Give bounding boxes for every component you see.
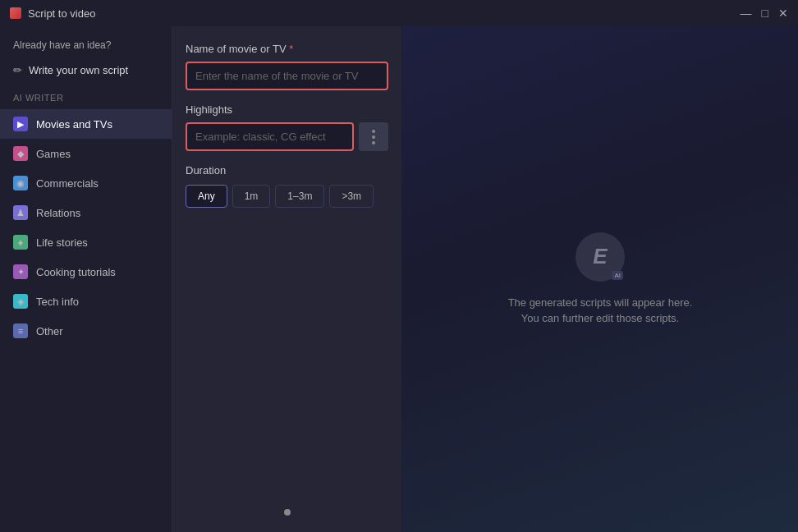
games-icon: ◆ — [13, 146, 28, 161]
movie-name-label: Name of movie or TV * — [186, 43, 388, 55]
preview-panel: E AI The generated scripts will appear h… — [402, 26, 798, 532]
sidebar: Already have an idea? ✏ Write your own s… — [0, 26, 172, 532]
minimize-button[interactable]: — — [741, 7, 752, 19]
window-controls: — □ ✕ — [741, 7, 788, 19]
main-layout: Already have an idea? ✏ Write your own s… — [0, 26, 798, 532]
sidebar-item-cooking-label: Cooking tutorials — [36, 266, 116, 278]
content-area: Name of movie or TV * Highlights Duratio… — [172, 26, 798, 532]
preview-logo: E AI — [576, 232, 625, 282]
write-script-label: Write your own script — [29, 64, 128, 76]
relations-icon: ♟ — [13, 205, 28, 220]
movie-name-input[interactable] — [186, 62, 388, 90]
duration-label: Duration — [186, 164, 388, 177]
duration-1-3m-button[interactable]: 1–3m — [275, 185, 324, 208]
sidebar-item-commercials[interactable]: ◉ Commercials — [0, 168, 172, 198]
dot3 — [372, 141, 375, 144]
maximize-button[interactable]: □ — [762, 7, 768, 19]
sidebar-item-games-label: Games — [36, 148, 71, 160]
sidebar-item-relations-label: Relations — [36, 207, 80, 219]
cooking-icon: ✦ — [13, 264, 28, 279]
ai-writer-label: AI writer — [0, 89, 172, 109]
duration-buttons: Any 1m 1–3m >3m — [186, 185, 388, 208]
duration-1m-button[interactable]: 1m — [232, 185, 271, 208]
sidebar-item-relations[interactable]: ♟ Relations — [0, 198, 172, 227]
sidebar-item-life-stories[interactable]: ♠ Life stories — [0, 227, 172, 257]
preview-description: The generated scripts will appear here. … — [502, 295, 699, 327]
pencil-icon: ✏ — [13, 64, 22, 76]
sidebar-item-movies[interactable]: ▶ Movies and TVs — [0, 109, 172, 139]
sidebar-item-tech-label: Tech info — [36, 296, 79, 308]
movies-icon: ▶ — [13, 117, 28, 131]
close-button[interactable]: ✕ — [778, 7, 788, 19]
highlights-toggle-button[interactable] — [359, 122, 388, 151]
form-pagination — [186, 496, 388, 516]
duration-3m-plus-button[interactable]: >3m — [329, 185, 374, 208]
tech-icon: ◈ — [13, 294, 28, 309]
title-bar: Script to video — □ ✕ — [0, 0, 798, 26]
title-bar-left: Script to video — [10, 7, 95, 20]
highlights-input[interactable] — [186, 122, 354, 151]
duration-any-button[interactable]: Any — [186, 185, 227, 208]
sidebar-item-other-label: Other — [36, 325, 63, 337]
sidebar-item-life-label: Life stories — [36, 236, 88, 249]
sidebar-item-movies-label: Movies and TVs — [36, 118, 112, 131]
commercials-icon: ◉ — [13, 176, 28, 190]
pagination-dot — [284, 509, 291, 516]
app-title: Script to video — [28, 7, 95, 20]
ai-badge: AI — [612, 271, 623, 280]
sidebar-item-commercials-label: Commercials — [36, 177, 99, 190]
sidebar-item-tech[interactable]: ◈ Tech info — [0, 287, 172, 316]
toggle-dots-icon — [372, 130, 375, 144]
sidebar-item-other[interactable]: ≡ Other — [0, 316, 172, 346]
write-own-script-button[interactable]: ✏ Write your own script — [0, 57, 172, 83]
highlights-row — [186, 122, 388, 151]
sidebar-header-text: Already have an idea? — [0, 39, 172, 57]
app-icon — [10, 7, 21, 19]
dot2 — [372, 135, 375, 139]
sidebar-item-games[interactable]: ◆ Games — [0, 139, 172, 168]
other-icon: ≡ — [13, 323, 28, 338]
form-panel: Name of movie or TV * Highlights Duratio… — [172, 26, 402, 532]
preview-logo-letter: E — [593, 244, 607, 269]
dot1 — [372, 130, 375, 133]
highlights-label: Highlights — [186, 103, 388, 116]
required-star: * — [287, 43, 294, 55]
sidebar-item-cooking[interactable]: ✦ Cooking tutorials — [0, 257, 172, 287]
life-stories-icon: ♠ — [13, 235, 28, 250]
